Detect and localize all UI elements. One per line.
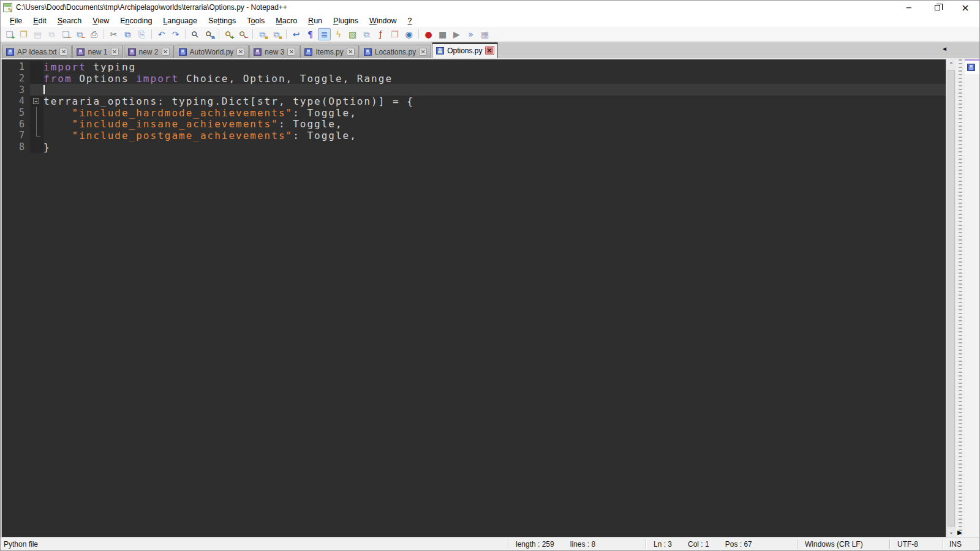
undo-icon[interactable]: ↶ bbox=[155, 28, 168, 40]
editor-line-6[interactable]: 6 "include_insane_achievements": Toggle, bbox=[2, 118, 946, 130]
close-icon: × bbox=[961, 2, 969, 13]
save-file-icon[interactable]: ▤ bbox=[31, 28, 44, 40]
menu-item-[interactable]: ? bbox=[402, 15, 418, 26]
editor-line-3[interactable]: 3 bbox=[2, 84, 946, 96]
sync-horizontal-scroll-icon[interactable]: ⧉▪ bbox=[270, 28, 283, 40]
tab-close-icon[interactable]: ✕ bbox=[59, 48, 67, 56]
user-defined-language-icon[interactable]: ϟ bbox=[332, 28, 345, 40]
status-insert-mode[interactable]: INS bbox=[943, 538, 979, 550]
document-map-icon[interactable]: ▧ bbox=[346, 28, 359, 40]
replace-overlay-glyph: a bbox=[211, 35, 215, 40]
scroll-up-icon[interactable]: ⌃ bbox=[946, 59, 956, 70]
scroll-down-icon[interactable]: ⌄ bbox=[946, 527, 956, 537]
find-icon[interactable]: ⚲ bbox=[189, 28, 202, 40]
macro-save-icon[interactable]: ▦ bbox=[478, 28, 491, 40]
tab-new-1[interactable]: new 1✕ bbox=[72, 45, 123, 58]
tab-scroll-left-icon[interactable]: ◄ bbox=[941, 45, 948, 52]
new-file-icon[interactable]: ❏+ bbox=[3, 28, 16, 40]
status-encoding[interactable]: UTF-8 bbox=[890, 538, 943, 550]
redo-icon[interactable]: ↷ bbox=[169, 28, 182, 40]
editor-line-4[interactable]: 4terraria_options: typing.Dict[str, type… bbox=[2, 96, 946, 107]
tab-close-icon[interactable]: ✕ bbox=[347, 48, 355, 56]
folder-as-workspace-icon[interactable]: ❐ bbox=[388, 28, 401, 40]
scrollbar-thumb[interactable] bbox=[948, 70, 955, 527]
macro-record-icon[interactable]: ● bbox=[422, 28, 435, 40]
fold-margin bbox=[30, 84, 43, 96]
menu-item-tools[interactable]: Tools bbox=[241, 15, 270, 26]
paste-icon[interactable]: ⎘ bbox=[135, 28, 148, 40]
tab-close-icon[interactable]: ✕ bbox=[486, 47, 494, 54]
function-list-icon[interactable]: ƒ bbox=[374, 28, 387, 40]
menu-item-search[interactable]: Search bbox=[52, 15, 88, 26]
tab-autoworld-py[interactable]: AutoWorld.py✕ bbox=[175, 45, 249, 58]
close-button[interactable]: × bbox=[951, 1, 979, 14]
editor-line-7[interactable]: 7 "include_postgame_achievements": Toggl… bbox=[2, 130, 946, 141]
paste-glyph: ⎘ bbox=[138, 30, 145, 39]
open-file-icon[interactable]: ❐ bbox=[17, 28, 30, 40]
menu-item-settings[interactable]: Settings bbox=[203, 15, 241, 26]
menu-item-macro[interactable]: Macro bbox=[270, 15, 303, 26]
fold-open-box-icon[interactable] bbox=[33, 98, 39, 104]
menu-item-view[interactable]: View bbox=[87, 15, 115, 26]
saved-file-icon bbox=[179, 48, 187, 56]
menu-item-file[interactable]: File bbox=[4, 15, 28, 26]
editor[interactable]: 1import typing2from Options import Choic… bbox=[1, 59, 946, 537]
close-all-icon[interactable]: ⧉− bbox=[74, 28, 86, 40]
window-title: C:\Users\Dood\Documents\tmp\Archipelago\… bbox=[16, 3, 287, 12]
vertical-scrollbar[interactable]: ⌃ ⌄ bbox=[946, 59, 956, 537]
tab-new-3[interactable]: new 3✕ bbox=[249, 45, 300, 58]
editor-line-1[interactable]: 1import typing bbox=[2, 61, 946, 73]
editor-line-2[interactable]: 2from Options import Choice, Option, Tog… bbox=[2, 73, 946, 84]
tab-close-icon[interactable]: ✕ bbox=[236, 48, 244, 56]
menu-item-run[interactable]: Run bbox=[303, 15, 328, 26]
tab-close-icon[interactable]: ✕ bbox=[162, 48, 170, 56]
menu-item-language[interactable]: Language bbox=[157, 15, 203, 26]
macro-stop-icon[interactable]: ■ bbox=[436, 28, 449, 40]
saved-file-icon bbox=[304, 48, 312, 56]
tab-close-icon[interactable]: ✕ bbox=[287, 48, 295, 56]
cut-icon[interactable]: ✂ bbox=[107, 28, 120, 40]
tab-ap-ideas-txt[interactable]: AP Ideas.txt✕ bbox=[2, 45, 72, 58]
pane-splitter[interactable]: ▶ bbox=[956, 59, 965, 537]
menu-item-window[interactable]: Window bbox=[364, 15, 402, 26]
editor-line-8[interactable]: 8} bbox=[2, 141, 946, 153]
toolbar-separator bbox=[418, 29, 419, 39]
minimize-button[interactable]: − bbox=[895, 1, 923, 14]
restore-button[interactable] bbox=[923, 1, 951, 14]
print-icon[interactable]: ⎙ bbox=[88, 28, 100, 40]
menu-item-edit[interactable]: Edit bbox=[28, 15, 52, 26]
second-pane-tab-fragment[interactable] bbox=[965, 59, 979, 74]
restore-icon bbox=[935, 5, 940, 10]
undo-glyph: ↶ bbox=[158, 30, 165, 39]
editor-line-5[interactable]: 5 "include_hardmode_achievements": Toggl… bbox=[2, 107, 946, 119]
replace-icon[interactable]: ⚲a bbox=[203, 28, 216, 40]
keyword-token: import bbox=[43, 61, 86, 73]
zoom-out-icon[interactable]: ⚲− bbox=[236, 28, 249, 40]
function-list-glyph: ƒ bbox=[379, 30, 382, 39]
status-eol-format[interactable]: Windows (CR LF) bbox=[797, 538, 889, 550]
save-all-icon[interactable]: ⧉ bbox=[45, 28, 58, 40]
status-bar: Python file length : 259 lines : 8 Ln : … bbox=[1, 537, 979, 550]
sync-vertical-scroll-icon[interactable]: ⧉▪ bbox=[256, 28, 269, 40]
tab-new-2[interactable]: new 2✕ bbox=[124, 45, 174, 58]
monitoring-icon[interactable]: ◉ bbox=[402, 28, 415, 40]
zoom-in-icon[interactable]: ⚲+ bbox=[222, 28, 235, 40]
tab-items-py[interactable]: Items.py✕ bbox=[300, 45, 358, 58]
fold-margin bbox=[30, 118, 43, 130]
document-switcher-icon[interactable]: ⧉ bbox=[360, 28, 373, 40]
tab-close-icon[interactable]: ✕ bbox=[111, 48, 119, 56]
show-indent-guide-icon[interactable]: ≣ bbox=[318, 28, 331, 40]
tab-locations-py[interactable]: Locations.py✕ bbox=[360, 45, 431, 58]
word-wrap-icon[interactable]: ↩ bbox=[290, 28, 303, 40]
menu-item-encoding[interactable]: Encoding bbox=[115, 15, 157, 26]
macro-play-icon[interactable]: ▶ bbox=[450, 28, 463, 40]
copy-icon[interactable]: ⧉ bbox=[121, 28, 134, 40]
splitter-expand-icon[interactable]: ▶ bbox=[957, 529, 962, 536]
show-all-characters-icon[interactable]: ¶ bbox=[304, 28, 317, 40]
close-file-icon[interactable]: ❏− bbox=[59, 28, 72, 40]
fold-margin-collapse-icon[interactable] bbox=[30, 96, 43, 107]
tab-options-py[interactable]: Options.py✕ bbox=[432, 42, 497, 58]
menu-item-plugins[interactable]: Plugins bbox=[328, 15, 364, 26]
tab-close-icon[interactable]: ✕ bbox=[419, 48, 427, 56]
macro-run-multiple-icon[interactable]: » bbox=[464, 28, 477, 40]
